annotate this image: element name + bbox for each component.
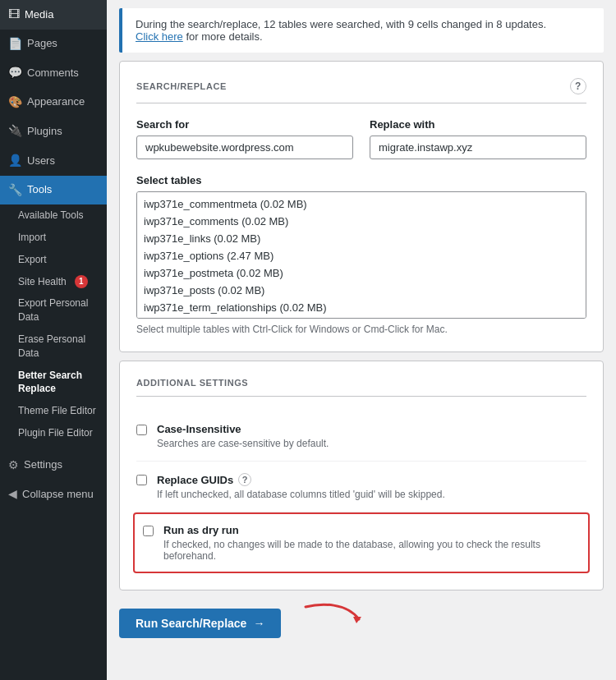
click-here-link[interactable]: Click here	[136, 30, 183, 43]
sidebar-item-tools[interactable]: 🔧 Tools	[0, 176, 107, 205]
sidebar-item-appearance[interactable]: 🎨 Appearance	[0, 88, 107, 117]
comments-icon: 💬	[8, 65, 22, 81]
tools-submenu: Available Tools Import Export Site Healt…	[0, 204, 107, 444]
search-replace-help-icon[interactable]: ?	[570, 78, 586, 94]
sidebar-item-export[interactable]: Export	[10, 249, 107, 271]
tables-list[interactable]: iwp371e_commentmeta (0.02 MB)iwp371e_com…	[136, 191, 586, 319]
sidebar-item-export-personal[interactable]: Export Personal Data	[10, 292, 107, 329]
replace-guids-checkbox[interactable]	[136, 475, 147, 485]
replace-with-label: Replace with	[370, 118, 586, 131]
sidebar-collapse[interactable]: ◀ Collapse menu	[0, 480, 107, 509]
sidebar: 🎞 Media 📄 Pages 💬 Comments 🎨 Appearance …	[0, 0, 107, 680]
replace-guids-desc: If left unchecked, all database columns …	[157, 489, 445, 500]
tables-hint: Select multiple tables with Ctrl-Click f…	[136, 324, 586, 335]
additional-settings-title: ADDITIONAL SETTINGS	[136, 378, 586, 397]
sidebar-item-available-tools[interactable]: Available Tools	[10, 204, 107, 227]
sidebar-item-comments[interactable]: 💬 Comments	[0, 58, 107, 88]
arrow-annotation	[297, 599, 363, 647]
case-insensitive-checkbox[interactable]	[136, 425, 147, 435]
users-icon: 👤	[8, 153, 22, 169]
plugins-icon: 🔌	[8, 123, 22, 140]
additional-settings-card: ADDITIONAL SETTINGS Case-Insensitive Sea…	[119, 361, 604, 590]
sidebar-item-settings[interactable]: ⚙ Settings	[0, 451, 107, 480]
sidebar-item-pages[interactable]: 📄 Pages	[0, 30, 107, 59]
replace-guids-label: Replace GUIDs ?	[157, 473, 445, 486]
case-insensitive-label: Case-Insensitive	[157, 423, 329, 435]
settings-icon: ⚙	[8, 457, 19, 474]
table-list-item[interactable]: iwp371e_comments (0.02 MB)	[137, 213, 586, 230]
media-icon: 🎞	[8, 7, 20, 23]
table-list-item[interactable]: iwp371e_term_taxonomy (0.02 MB)	[137, 316, 586, 319]
search-for-label: Search for	[136, 118, 353, 131]
search-replace-inputs: Search for Replace with	[136, 118, 586, 159]
table-list-item[interactable]: iwp371e_postmeta (0.02 MB)	[137, 264, 586, 282]
notification-bar: During the search/replace, 12 tables wer…	[119, 8, 604, 53]
sidebar-item-site-health[interactable]: Site Health 1	[10, 271, 107, 293]
table-list-item[interactable]: iwp371e_term_relationships (0.02 MB)	[137, 299, 586, 316]
sidebar-item-theme-file-editor[interactable]: Theme File Editor	[10, 400, 107, 422]
button-area: Run Search/Replace →	[119, 599, 604, 647]
search-for-group: Search for	[136, 118, 353, 159]
pages-icon: 📄	[8, 36, 22, 53]
search-replace-card: SEARCH/REPLACE ? Search for Replace with…	[119, 61, 604, 352]
dry-run-label: Run as dry run	[163, 524, 580, 536]
sidebar-item-erase-personal[interactable]: Erase Personal Data	[10, 329, 107, 365]
sidebar-item-import[interactable]: Import	[10, 227, 107, 249]
settings-replace-guids: Replace GUIDs ? If left unchecked, all d…	[136, 462, 586, 512]
replace-with-group: Replace with	[370, 118, 586, 159]
table-list-item[interactable]: iwp371e_links (0.02 MB)	[137, 230, 586, 247]
main-content: During the search/replace, 12 tables wer…	[107, 0, 616, 680]
dry-run-desc: If checked, no changes will be made to t…	[163, 539, 580, 562]
case-insensitive-desc: Searches are case-sensitive by default.	[157, 438, 329, 449]
run-search-replace-button[interactable]: Run Search/Replace →	[119, 609, 281, 638]
settings-case-insensitive: Case-Insensitive Searches are case-sensi…	[136, 411, 586, 462]
collapse-icon: ◀	[8, 486, 17, 503]
table-list-item[interactable]: iwp371e_posts (0.02 MB)	[137, 282, 586, 299]
sidebar-item-users[interactable]: 👤 Users	[0, 146, 107, 176]
sidebar-item-plugins[interactable]: 🔌 Plugins	[0, 117, 107, 146]
table-list-item[interactable]: iwp371e_commentmeta (0.02 MB)	[137, 195, 586, 213]
settings-dry-run: Run as dry run If checked, no changes wi…	[133, 512, 590, 573]
search-for-input[interactable]	[136, 136, 353, 159]
site-health-badge: 1	[75, 275, 88, 288]
replace-guids-help-icon[interactable]: ?	[238, 473, 251, 486]
appearance-icon: 🎨	[8, 94, 22, 111]
tables-section: Select tables iwp371e_commentmeta (0.02 …	[136, 174, 586, 335]
sidebar-item-plugin-file-editor[interactable]: Plugin File Editor	[10, 422, 107, 444]
sidebar-item-media[interactable]: 🎞 Media	[0, 0, 107, 30]
replace-with-input[interactable]	[370, 136, 586, 159]
tables-label: Select tables	[136, 174, 586, 186]
dry-run-checkbox[interactable]	[143, 526, 154, 536]
svg-marker-0	[353, 617, 361, 623]
sidebar-item-better-search-replace[interactable]: Better Search Replace	[10, 365, 107, 401]
search-replace-title: SEARCH/REPLACE ?	[136, 78, 586, 103]
table-list-item[interactable]: iwp371e_options (2.47 MB)	[137, 247, 586, 264]
tools-icon: 🔧	[8, 182, 22, 199]
